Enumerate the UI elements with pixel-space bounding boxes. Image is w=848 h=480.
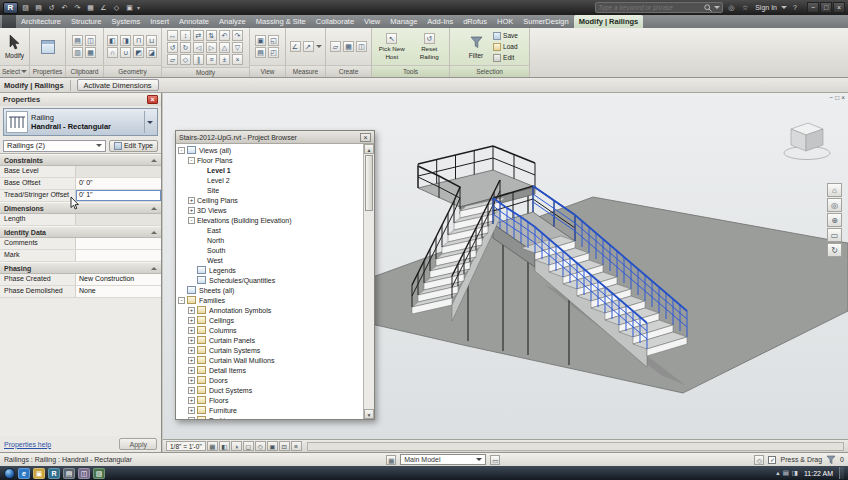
tab-architecture[interactable]: Architecture (16, 15, 66, 28)
drawing-area[interactable]: − □ × ⌂ ◎ ⊕ ▭ ↻ Stairs-2012-UpG.rvt - Pr… (163, 93, 848, 452)
steering-wheel-icon[interactable]: ◎ (827, 198, 842, 212)
create-group-icon[interactable]: ▱ (330, 41, 341, 52)
expand-toggle[interactable]: + (188, 417, 195, 420)
copy-element-icon[interactable]: ↶ (219, 30, 230, 41)
group-header-dimensions[interactable]: Dimensions (0, 202, 161, 214)
taskbar-app-icon[interactable]: R (48, 468, 60, 479)
crop-view-icon[interactable]: ▣ (267, 441, 278, 451)
extend-icon[interactable]: ↻ (180, 42, 191, 53)
scroll-thumb[interactable] (365, 155, 373, 211)
group-header-constraints[interactable]: Constraints (0, 154, 161, 166)
tree-label[interactable]: Detail Items (209, 367, 246, 374)
expand-toggle[interactable]: + (188, 397, 195, 404)
tree-label[interactable]: Duct Systems (209, 387, 252, 394)
copy-icon[interactable]: ▥ (72, 47, 83, 58)
project-browser-titlebar[interactable]: Stairs-2012-UpG.rvt - Project Browser × (176, 131, 374, 144)
tab-manage[interactable]: Manage (385, 15, 422, 28)
minimize-button[interactable]: − (807, 2, 819, 13)
properties-header[interactable]: Properties × (0, 93, 161, 106)
expand-toggle[interactable]: + (188, 327, 195, 334)
crop-region-icon[interactable]: ⊡ (279, 441, 290, 451)
create-assembly-icon[interactable]: ◫ (356, 41, 367, 52)
expand-toggle[interactable]: + (188, 387, 195, 394)
linework-icon[interactable]: ◰ (268, 47, 279, 58)
expand-toggle[interactable]: + (188, 407, 195, 414)
expand-toggle[interactable]: + (188, 307, 195, 314)
expand-toggle[interactable]: + (188, 197, 195, 204)
pan-icon[interactable]: ▭ (827, 228, 842, 242)
modify-tool-button[interactable]: Modify (2, 35, 27, 59)
tab-view[interactable]: View (359, 15, 385, 28)
taskbar-app-icon[interactable]: ▤ (63, 468, 75, 479)
scale-icon[interactable]: △ (219, 42, 230, 53)
detail-level-icon[interactable]: ▦ (207, 441, 218, 451)
application-menu-button[interactable]: R (3, 2, 18, 14)
measure-along-icon[interactable]: ↗ (303, 41, 314, 52)
tree-label[interactable]: Parking (209, 417, 233, 420)
mirror-icon[interactable]: ⇄ (193, 30, 204, 41)
expand-toggle[interactable]: + (188, 337, 195, 344)
tab-sumerdesign[interactable]: SumerDesign (518, 15, 573, 28)
tab-drofus[interactable]: dRofus (458, 15, 492, 28)
delete-icon[interactable]: × (232, 54, 243, 65)
taskbar-app-icon[interactable]: ◫ (78, 468, 90, 479)
edit-witness-icon[interactable]: ◇ (180, 54, 191, 65)
hide-element-icon[interactable]: ▣ (255, 35, 266, 46)
properties-close-icon[interactable]: × (147, 95, 158, 104)
scroll-up-icon[interactable]: ▲ (364, 144, 374, 154)
type-selector-dropdown[interactable] (144, 111, 155, 133)
save-selection-button[interactable]: Save (493, 31, 518, 41)
view-close-icon[interactable]: × (841, 94, 845, 101)
tree-label-active-view[interactable]: Level 1 (207, 167, 231, 174)
sun-path-icon[interactable]: ◑ (231, 441, 242, 451)
rotate-icon[interactable]: ↷ (232, 30, 243, 41)
view-minimize-icon[interactable]: − (829, 94, 833, 101)
align-icon[interactable]: ↔ (167, 30, 178, 41)
paste-icon[interactable]: ▤ (72, 35, 83, 46)
save-icon[interactable]: ▤ (33, 2, 44, 13)
expand-toggle[interactable]: - (188, 157, 195, 164)
viewcube[interactable] (784, 123, 830, 160)
edit-selection-button[interactable]: Edit (493, 53, 518, 63)
expand-toggle[interactable]: + (188, 377, 195, 384)
properties-help-link[interactable]: Properties help (4, 441, 51, 448)
tab-annotate[interactable]: Annotate (174, 15, 214, 28)
cope-icon[interactable]: ◧ (107, 35, 118, 46)
tree-label[interactable]: Schedules/Quantities (209, 277, 275, 284)
tree-label[interactable]: Floors (209, 397, 228, 404)
demolish-icon[interactable]: ◩ (133, 47, 144, 58)
filter-button[interactable]: Filter (461, 35, 491, 59)
pick-new-host-button[interactable]: ↖ Pick New Host (374, 33, 410, 59)
tree-label[interactable]: East (207, 227, 221, 234)
dimension-icon[interactable]: ≡ (206, 54, 217, 65)
tree-label[interactable]: North (207, 237, 224, 244)
tree-label[interactable]: Curtain Wall Mullions (209, 357, 274, 364)
tree-label[interactable]: Elevations (Building Elevation) (197, 217, 292, 224)
tab-collaborate[interactable]: Collaborate (311, 15, 359, 28)
visual-style-icon[interactable]: ◧ (219, 441, 230, 451)
scroll-down-icon[interactable]: ▼ (364, 409, 374, 419)
view-restore-icon[interactable]: □ (835, 94, 839, 101)
home-icon[interactable]: ⌂ (827, 183, 842, 197)
tab-insert[interactable]: Insert (145, 15, 174, 28)
pin-icon[interactable]: ▽ (232, 42, 243, 53)
tray-expand-icon[interactable]: ▴ (776, 469, 779, 477)
tree-label[interactable]: Site (207, 187, 219, 194)
phase-demolished-value[interactable]: None (76, 286, 161, 297)
rendering-icon[interactable]: ◇ (255, 441, 266, 451)
tab-analyze[interactable]: Analyze (214, 15, 251, 28)
search-icon[interactable] (704, 4, 712, 12)
element-filter-dropdown[interactable]: Railings (2) (3, 140, 106, 152)
tree-label[interactable]: Ceilings (209, 317, 234, 324)
mark-value[interactable] (76, 250, 161, 261)
favorites-star-icon[interactable]: ☆ (739, 2, 751, 13)
taskbar-app-icon[interactable]: ▣ (33, 468, 45, 479)
expand-toggle[interactable]: - (188, 217, 195, 224)
tab-modify-railings[interactable]: Modify | Railings (574, 15, 644, 28)
measure-icon[interactable]: ∠ (98, 2, 109, 13)
base-offset-value[interactable]: 0' 0" (76, 178, 161, 189)
base-level-value[interactable] (76, 166, 161, 177)
expand-toggle[interactable]: + (188, 207, 195, 214)
panel-label-select[interactable]: Select (0, 65, 29, 77)
comments-value[interactable] (76, 238, 161, 249)
